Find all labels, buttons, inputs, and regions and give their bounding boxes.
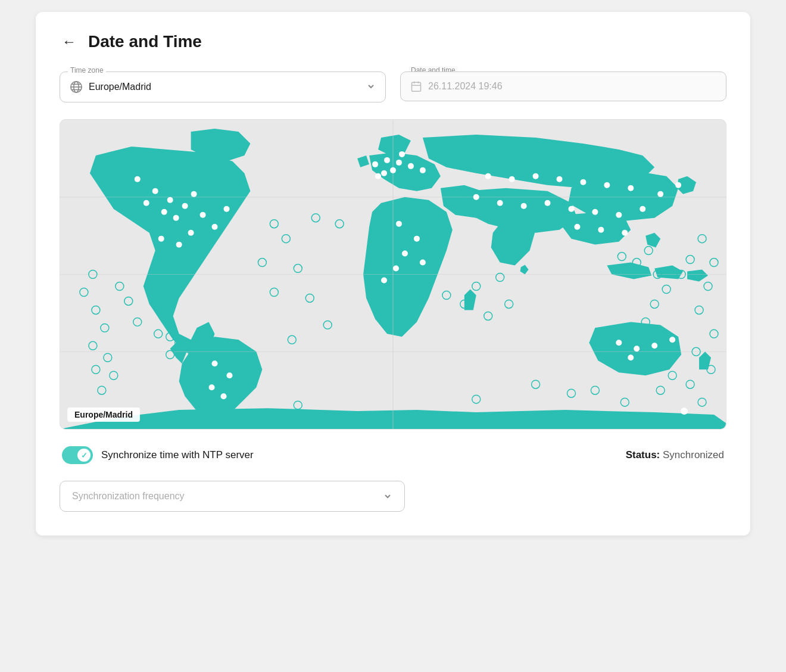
globe-icon: [70, 80, 83, 94]
svg-point-69: [651, 343, 657, 349]
svg-point-55: [598, 227, 604, 233]
ntp-left: ✓ Synchronize time with NTP server: [62, 446, 254, 464]
timezone-select[interactable]: Europe/Madrid: [60, 71, 386, 102]
timezone-wrapper: Time zone Europe/Madrid: [60, 71, 386, 102]
svg-point-130: [681, 407, 688, 415]
svg-point-62: [381, 278, 387, 284]
svg-point-34: [420, 167, 426, 173]
svg-point-23: [176, 242, 182, 248]
svg-point-29: [384, 157, 390, 163]
svg-point-64: [227, 372, 233, 378]
svg-point-41: [580, 179, 586, 185]
svg-point-30: [396, 160, 402, 166]
svg-point-20: [191, 191, 197, 197]
svg-point-19: [144, 200, 149, 206]
page-container: ← Date and Time Time zone Europe/Madrid: [36, 12, 750, 536]
svg-point-46: [521, 203, 527, 209]
svg-point-61: [420, 260, 426, 266]
svg-point-53: [675, 182, 681, 188]
world-map: [60, 120, 726, 429]
svg-point-56: [622, 230, 628, 236]
ntp-status: Status: Synchronized: [626, 449, 724, 461]
svg-point-17: [161, 209, 167, 215]
svg-point-31: [408, 163, 414, 169]
svg-point-24: [158, 236, 164, 242]
svg-point-51: [640, 206, 645, 212]
toggle-knob: ✓: [77, 449, 91, 462]
svg-point-49: [592, 209, 598, 215]
svg-point-33: [381, 170, 387, 176]
svg-point-27: [135, 176, 141, 182]
svg-point-39: [533, 173, 539, 179]
timezone-label: Time zone: [68, 66, 106, 74]
svg-point-68: [634, 346, 640, 351]
back-button[interactable]: ←: [60, 31, 79, 52]
svg-point-52: [657, 191, 663, 197]
sync-frequency-select[interactable]: Synchronization frequency: [60, 481, 405, 512]
header: ← Date and Time: [60, 31, 726, 52]
svg-point-47: [545, 200, 551, 206]
svg-point-35: [399, 151, 405, 157]
svg-point-16: [182, 203, 188, 209]
svg-point-59: [402, 251, 408, 257]
svg-point-70: [628, 354, 634, 360]
svg-point-71: [669, 337, 675, 343]
svg-point-45: [497, 200, 503, 206]
svg-point-37: [485, 173, 491, 179]
svg-point-32: [390, 167, 396, 173]
timezone-chevron: [366, 82, 376, 93]
sync-frequency-chevron: [383, 491, 392, 501]
svg-point-40: [557, 176, 563, 182]
map-location-label: Europe/Madrid: [67, 407, 140, 422]
svg-point-36: [375, 173, 381, 179]
datetime-wrapper: Date and time 26.11.2024 19:46: [400, 71, 726, 102]
ntp-toggle[interactable]: ✓: [62, 446, 93, 464]
svg-point-25: [212, 224, 218, 230]
datetime-value: 26.11.2024 19:46: [428, 81, 503, 92]
svg-point-28: [372, 161, 378, 167]
sync-frequency-wrapper: Synchronization frequency: [60, 481, 405, 512]
svg-point-48: [568, 206, 574, 212]
svg-point-67: [616, 340, 622, 346]
svg-point-21: [200, 212, 206, 218]
timezone-value: Europe/Madrid: [89, 82, 376, 92]
calendar-icon: [410, 80, 422, 92]
status-value: Synchronized: [663, 449, 724, 461]
datetime-display: 26.11.2024 19:46: [400, 71, 726, 101]
sync-frequency-label: Synchronization frequency: [72, 491, 185, 502]
svg-point-22: [188, 230, 194, 236]
svg-point-44: [473, 194, 479, 200]
svg-point-42: [604, 182, 610, 188]
check-icon: ✓: [81, 451, 88, 460]
ntp-label: Synchronize time with NTP server: [101, 449, 254, 461]
svg-point-26: [224, 206, 230, 212]
svg-point-18: [173, 215, 179, 221]
svg-point-15: [167, 197, 173, 203]
svg-point-43: [628, 185, 634, 191]
status-prefix: Status:: [626, 449, 660, 461]
svg-point-14: [152, 188, 158, 194]
svg-point-54: [574, 224, 580, 230]
svg-point-57: [396, 221, 402, 227]
svg-point-38: [509, 176, 515, 182]
controls-row: Time zone Europe/Madrid Date a: [60, 71, 726, 102]
ntp-row: ✓ Synchronize time with NTP server Statu…: [60, 446, 726, 464]
svg-point-63: [212, 360, 218, 366]
map-container: Europe/Madrid: [60, 119, 726, 430]
page-title: Date and Time: [88, 32, 202, 51]
svg-point-58: [414, 236, 420, 242]
svg-rect-5: [412, 82, 421, 91]
svg-point-50: [616, 212, 622, 218]
svg-point-66: [221, 393, 227, 399]
svg-point-65: [209, 384, 215, 390]
svg-point-60: [393, 266, 399, 272]
